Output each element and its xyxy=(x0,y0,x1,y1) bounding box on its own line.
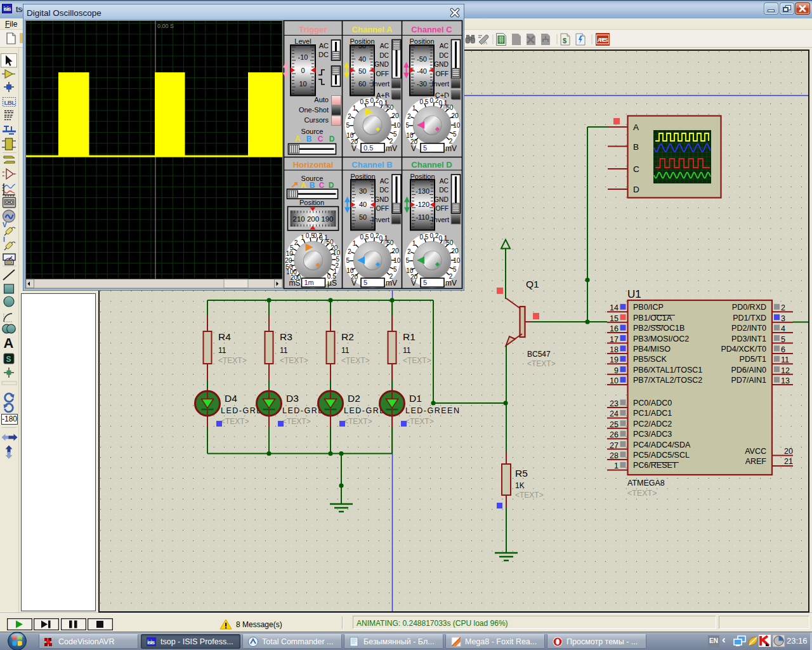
svg-text:R3: R3 xyxy=(280,331,292,342)
svg-text:B: B xyxy=(310,181,315,190)
svg-text:0: 0 xyxy=(301,67,304,74)
svg-text:B: B xyxy=(306,135,312,143)
svg-text:5: 5 xyxy=(423,279,427,286)
svg-text:20: 20 xyxy=(392,112,400,119)
svg-text:1: 1 xyxy=(353,240,357,247)
svg-text:C: C xyxy=(318,135,324,143)
svg-text:PD3/INT1: PD3/INT1 xyxy=(731,335,766,343)
svg-text:10: 10 xyxy=(346,267,354,274)
svg-text:$: $ xyxy=(563,37,566,44)
svg-text:Level: Level xyxy=(294,37,311,45)
svg-text:10: 10 xyxy=(453,122,461,129)
svg-text:5: 5 xyxy=(453,266,457,273)
svg-text:<TEXT>: <TEXT> xyxy=(221,417,249,426)
svg-text:Invert: Invert xyxy=(372,80,390,88)
svg-text:D: D xyxy=(633,185,639,194)
svg-text:ATMEGA8: ATMEGA8 xyxy=(627,479,665,488)
svg-text:mV: mV xyxy=(445,279,457,288)
svg-text:Position: Position xyxy=(410,173,435,180)
svg-text:R2: R2 xyxy=(341,331,354,342)
svg-text:D4: D4 xyxy=(225,393,237,404)
svg-text:Cursors: Cursors xyxy=(304,116,329,124)
svg-text:GND: GND xyxy=(434,61,449,68)
svg-text:10: 10 xyxy=(393,122,401,129)
svg-text:<TEXT>: <TEXT> xyxy=(527,359,556,368)
svg-text:<TEXT>: <TEXT> xyxy=(341,356,370,365)
svg-text:C: C xyxy=(319,181,325,190)
svg-text:PD6/AIN0: PD6/AIN0 xyxy=(731,366,766,375)
svg-text:26: 26 xyxy=(610,430,619,439)
svg-text:10: 10 xyxy=(610,376,619,385)
svg-text:<TEXT>: <TEXT> xyxy=(515,491,544,500)
svg-text:µS: µS xyxy=(327,279,337,288)
svg-text:PD5/T1: PD5/T1 xyxy=(740,355,766,364)
svg-text:PC3/ADC3: PC3/ADC3 xyxy=(633,430,672,439)
svg-text:V: V xyxy=(3,222,7,229)
svg-text:5: 5 xyxy=(346,257,350,264)
svg-text:40: 40 xyxy=(358,55,366,63)
svg-text:30: 30 xyxy=(359,187,367,195)
svg-text:<TEXT>: <TEXT> xyxy=(280,356,308,365)
svg-text:5: 5 xyxy=(781,335,785,344)
svg-text:<TEXT>: <TEXT> xyxy=(344,417,372,426)
svg-text:19: 19 xyxy=(610,355,619,364)
svg-text:<TEXT>: <TEXT> xyxy=(405,417,434,426)
svg-text:Auto: Auto xyxy=(314,96,329,103)
svg-text:Channel D: Channel D xyxy=(411,160,452,169)
svg-text:AC: AC xyxy=(440,178,449,185)
svg-text:GND: GND xyxy=(374,61,389,68)
svg-text:PB6/XTAL1/TOSC1: PB6/XTAL1/TOSC1 xyxy=(633,366,702,375)
svg-text:20: 20 xyxy=(392,248,400,255)
svg-text:mV: mV xyxy=(386,144,397,153)
svg-text:AC: AC xyxy=(319,42,329,50)
svg-text:PB2/SS/OC1B: PB2/SS/OC1B xyxy=(633,324,684,333)
svg-text:Invert: Invert xyxy=(431,216,449,223)
svg-text:5: 5 xyxy=(405,257,409,264)
svg-text:PB0/ICP: PB0/ICP xyxy=(633,303,664,312)
svg-text:17: 17 xyxy=(610,335,619,344)
svg-text:R1: R1 xyxy=(403,331,416,342)
svg-text:A: A xyxy=(301,181,306,190)
svg-text:16: 16 xyxy=(610,324,619,333)
svg-text:60: 60 xyxy=(358,80,366,88)
svg-text:20: 20 xyxy=(452,248,459,255)
svg-text:A: A xyxy=(295,135,301,143)
svg-text:0.5: 0.5 xyxy=(360,98,369,105)
svg-text:D2: D2 xyxy=(348,393,360,404)
svg-text:D: D xyxy=(329,135,335,143)
svg-text:PC2/ADC2: PC2/ADC2 xyxy=(633,420,672,428)
svg-text:2: 2 xyxy=(294,239,298,246)
svg-text:Channel A: Channel A xyxy=(352,25,393,34)
svg-text:2: 2 xyxy=(781,303,785,312)
svg-text:A: A xyxy=(4,335,14,351)
svg-text:Q1: Q1 xyxy=(526,279,539,289)
svg-text:-120: -120 xyxy=(416,201,429,208)
svg-text:5: 5 xyxy=(363,279,367,286)
svg-text:11: 11 xyxy=(403,346,411,355)
svg-text:-130: -130 xyxy=(416,187,429,195)
svg-text:ARES: ARES xyxy=(598,36,608,43)
svg-text:Digital Oscilloscope: Digital Oscilloscope xyxy=(27,8,102,18)
svg-text:20: 20 xyxy=(285,257,292,264)
svg-text:mV: mV xyxy=(445,144,457,153)
svg-text:PD1/TXD: PD1/TXD xyxy=(733,314,766,322)
svg-text:11: 11 xyxy=(218,346,226,355)
svg-text:25: 25 xyxy=(610,420,619,429)
svg-text:LBL: LBL xyxy=(4,99,16,106)
svg-text:OFF: OFF xyxy=(376,205,389,212)
svg-text:50: 50 xyxy=(386,104,394,111)
svg-text:10: 10 xyxy=(453,257,461,264)
svg-text:10: 10 xyxy=(406,267,414,274)
svg-text:DC: DC xyxy=(439,52,449,59)
svg-text:PD7/AIN1: PD7/AIN1 xyxy=(731,376,766,385)
svg-text:Position: Position xyxy=(350,173,375,180)
svg-text:V: V xyxy=(351,144,357,153)
svg-text:AC: AC xyxy=(380,178,390,185)
svg-text:V: V xyxy=(351,279,357,288)
svg-text:0.5: 0.5 xyxy=(419,234,428,241)
svg-text:Trigger: Trigger xyxy=(299,25,327,34)
svg-text:D3: D3 xyxy=(286,393,299,404)
svg-text:6: 6 xyxy=(781,345,785,354)
svg-text:B: B xyxy=(633,142,639,152)
svg-text:50: 50 xyxy=(358,67,366,75)
